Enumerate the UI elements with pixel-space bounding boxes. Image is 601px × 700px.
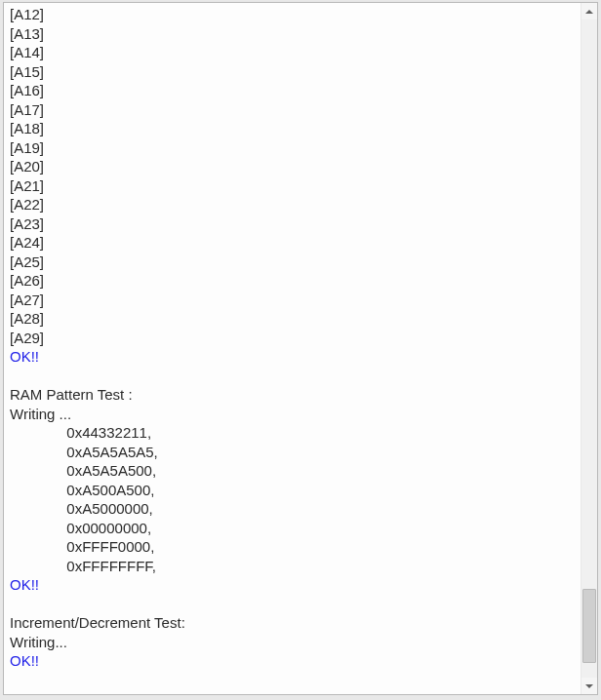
log-output-text: [A12] [A13] [A14] [A15] [A16] [A17] [A18…: [4, 3, 581, 694]
log-line: [A23]: [10, 214, 577, 234]
chevron-up-icon: [585, 10, 593, 14]
blank-line: [10, 367, 577, 386]
section-header: Increment/Decrement Test:: [10, 613, 577, 633]
log-line: [A13]: [10, 24, 577, 44]
scroll-up-button[interactable]: [581, 3, 597, 19]
log-line: 0x44332211,: [10, 423, 577, 443]
log-line: [A20]: [10, 157, 577, 176]
log-line: [A15]: [10, 62, 577, 82]
log-line: [A18]: [10, 119, 577, 138]
blank-line: [10, 595, 577, 614]
log-line: 0xA500A500,: [10, 481, 577, 500]
log-line: [A28]: [10, 309, 577, 329]
log-line: 0xFFFFFFFF,: [10, 557, 577, 576]
log-line: [A27]: [10, 291, 577, 310]
log-line: [A24]: [10, 233, 577, 253]
status-ok: OK!!: [10, 651, 577, 671]
log-line: [A26]: [10, 271, 577, 291]
chevron-down-icon: [585, 684, 593, 688]
log-line: [A29]: [10, 329, 577, 348]
log-line: [A14]: [10, 43, 577, 62]
log-line: 0x00000000,: [10, 519, 577, 538]
log-line: 0xA5A5A500,: [10, 461, 577, 481]
log-line: [A25]: [10, 253, 577, 272]
status-ok: OK!!: [10, 575, 577, 595]
log-line: [A19]: [10, 138, 577, 158]
log-line: Writing ...: [10, 405, 577, 424]
vertical-scrollbar[interactable]: [581, 3, 597, 694]
log-line: [A17]: [10, 100, 577, 120]
scroll-down-button[interactable]: [581, 678, 597, 694]
log-line: 0xA5A5A5A5,: [10, 443, 577, 462]
log-line: 0xFFFF0000,: [10, 537, 577, 557]
log-line: 0xA5000000,: [10, 499, 577, 519]
status-ok: OK!!: [10, 347, 577, 367]
log-output-panel: [A12] [A13] [A14] [A15] [A16] [A17] [A18…: [3, 2, 598, 695]
log-line: Writing...: [10, 633, 577, 652]
section-header: RAM Pattern Test :: [10, 385, 577, 405]
log-line: [A12]: [10, 5, 577, 24]
log-line: [A21]: [10, 176, 577, 196]
log-line: [A16]: [10, 81, 577, 100]
log-line: [A22]: [10, 195, 577, 214]
scrollbar-thumb[interactable]: [582, 589, 596, 663]
